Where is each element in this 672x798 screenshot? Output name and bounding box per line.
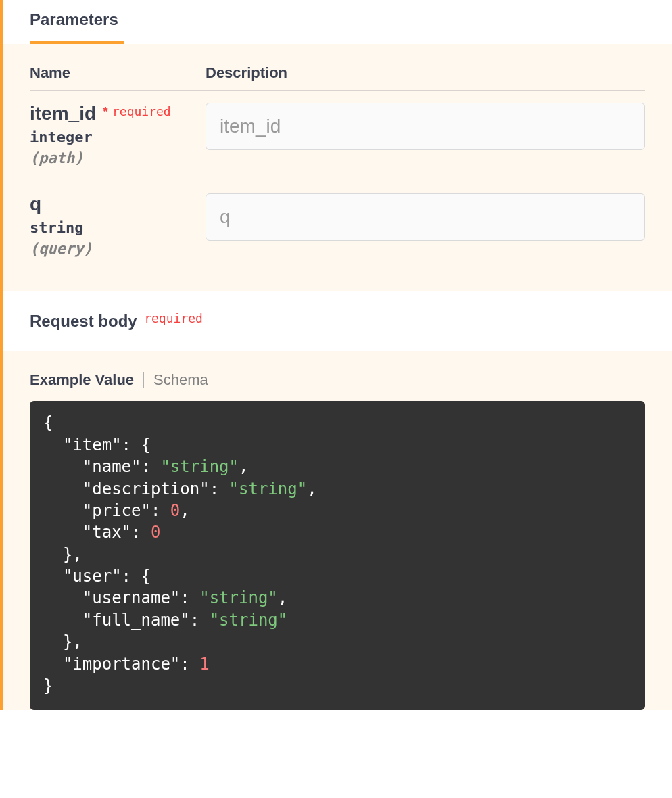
tab-schema[interactable]: Schema [153,371,208,389]
example-json-code[interactable]: { "item": { "name": "string", "descripti… [30,401,645,710]
example-tabs: Example Value Schema [30,371,645,389]
required-star-icon: * [103,105,107,118]
parameter-name-cell: q string (query) [30,193,206,257]
column-header-description: Description [206,64,645,82]
tab-divider [143,372,144,388]
parameter-in: (path) [30,149,206,166]
parameter-type: integer [30,128,206,145]
parameter-type: string [30,219,206,236]
request-body-section: Example Value Schema { "item": { "name":… [3,351,672,710]
parameters-body: Name Description item_id * required inte… [3,44,672,291]
parameter-desc-cell [206,193,645,257]
api-operation-panel: Parameters Name Description item_id * re… [0,0,672,710]
parameter-name-cell: item_id * required integer (path) [30,103,206,166]
request-body-title: Request body [30,312,137,331]
parameter-row: item_id * required integer (path) [30,103,645,166]
parameter-input-item-id[interactable] [206,103,645,150]
tab-example-value[interactable]: Example Value [30,371,134,389]
parameter-in: (query) [30,240,206,257]
required-label: required [112,104,171,118]
parameters-header: Parameters [3,0,672,44]
parameter-name: q [30,193,41,215]
parameter-desc-cell [206,103,645,166]
parameter-row: q string (query) [30,193,645,257]
parameters-title: Parameters [30,10,124,44]
parameters-table-head: Name Description [30,64,645,91]
request-body-required-label: required [144,311,203,325]
column-header-name: Name [30,64,206,82]
parameter-input-q[interactable] [206,193,645,241]
request-body-header: Request body required [3,291,672,351]
parameter-name: item_id [30,103,96,124]
